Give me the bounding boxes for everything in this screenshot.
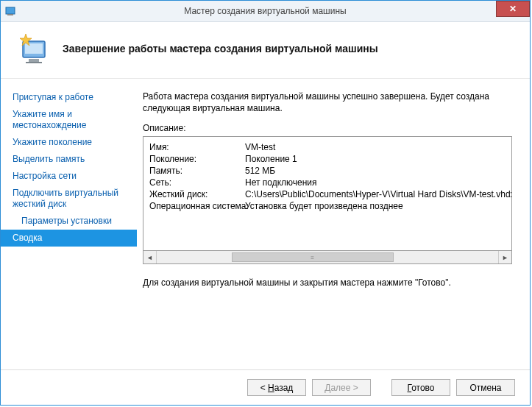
scroll-right-arrow[interactable]: ►	[498, 251, 511, 263]
summary-row: Операционная система:Установка будет про…	[149, 200, 506, 212]
wizard-body: Приступая к работеУкажите имя и местонах…	[1, 79, 530, 369]
summary-label: Поколение:	[149, 154, 245, 164]
next-button: Далее >	[312, 379, 371, 396]
summary-row: Сеть:Нет подключения	[149, 177, 506, 188]
summary-row: Жесткий диск:C:\Users\Public\Documents\H…	[149, 188, 506, 200]
button-bar: < Назад Далее > Готово Отмена	[1, 369, 530, 405]
intro-text: Работа мастера создания виртуальной маши…	[143, 91, 512, 114]
back-button[interactable]: < Назад	[247, 379, 306, 396]
summary-label: Имя:	[149, 142, 245, 152]
summary-value: Нет подключения	[245, 177, 317, 188]
wizard-icon	[17, 31, 52, 66]
svg-rect-5	[26, 62, 42, 63]
scroll-track[interactable]: ≡	[157, 251, 498, 263]
sidebar-item-1[interactable]: Укажите имя и местонахождение	[1, 106, 137, 134]
summary-value: 512 МБ	[245, 166, 275, 176]
sidebar-item-5[interactable]: Подключить виртуальный жесткий диск	[1, 185, 137, 213]
svg-rect-4	[29, 59, 39, 62]
sidebar-item-0[interactable]: Приступая к работе	[1, 89, 137, 106]
summary-value: VM-test	[245, 142, 275, 152]
summary-row: Поколение:Поколение 1	[149, 153, 506, 165]
svg-rect-1	[7, 14, 13, 15]
sidebar-item-3[interactable]: Выделить память	[1, 151, 137, 168]
titlebar: Мастер создания виртуальной машины ✕	[1, 1, 530, 22]
footer-note: Для создания виртуальной машины и закрыт…	[143, 277, 512, 288]
close-button[interactable]: ✕	[496, 1, 530, 17]
wizard-window: Мастер создания виртуальной машины ✕ Зав…	[0, 0, 531, 406]
wizard-header: Завершение работы мастера создания вирту…	[1, 22, 530, 79]
svg-rect-3	[25, 43, 43, 54]
app-icon	[5, 5, 17, 17]
summary-label: Сеть:	[149, 177, 245, 188]
sidebar-item-6[interactable]: Параметры установки	[1, 213, 137, 230]
horizontal-scrollbar[interactable]: ◄ ≡ ►	[143, 251, 512, 264]
summary-row: Память:512 МБ	[149, 165, 506, 177]
close-icon: ✕	[509, 4, 517, 14]
window-title: Мастер создания виртуальной машины	[1, 6, 530, 16]
content-pane: Работа мастера создания виртуальной маши…	[137, 79, 530, 369]
description-label: Описание:	[143, 123, 512, 133]
sidebar-item-7[interactable]: Сводка	[1, 230, 137, 247]
scroll-left-arrow[interactable]: ◄	[143, 251, 157, 263]
summary-label: Жесткий диск:	[149, 189, 245, 199]
scroll-thumb[interactable]: ≡	[232, 252, 394, 262]
page-title: Завершение работы мастера создания вирту…	[63, 43, 378, 54]
summary-row: Имя:VM-test	[149, 141, 506, 153]
sidebar: Приступая к работеУкажите имя и местонах…	[1, 79, 137, 369]
summary-value: Установка будет произведена позднее	[245, 201, 403, 211]
sidebar-item-4[interactable]: Настройка сети	[1, 168, 137, 185]
cancel-button[interactable]: Отмена	[456, 379, 515, 396]
svg-rect-0	[6, 7, 15, 14]
summary-value: C:\Users\Public\Documents\Hyper-V\Virtua…	[245, 189, 512, 199]
summary-label: Память:	[149, 166, 245, 176]
summary-label: Операционная система:	[149, 201, 245, 211]
finish-button[interactable]: Готово	[391, 379, 450, 396]
summary-box: Имя:VM-testПоколение:Поколение 1Память:5…	[143, 136, 512, 251]
sidebar-item-2[interactable]: Укажите поколение	[1, 134, 137, 151]
summary-value: Поколение 1	[245, 154, 297, 164]
